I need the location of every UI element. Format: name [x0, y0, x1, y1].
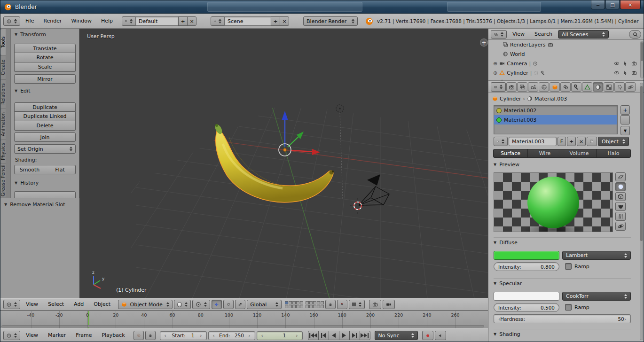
tab-modifiers[interactable]	[571, 82, 581, 92]
jump-to-end-button[interactable]	[360, 331, 370, 340]
restrict-render-toggle[interactable]	[631, 70, 637, 76]
viewport-menu-select[interactable]: Select	[44, 300, 68, 309]
preview-type-plane[interactable]	[615, 172, 626, 181]
breadcrumb-object[interactable]: Cylinder	[500, 96, 521, 102]
layer-toggle[interactable]	[306, 305, 309, 308]
preview-type-hair[interactable]	[615, 212, 626, 221]
shading-panel-header[interactable]: ▼Shading	[494, 329, 631, 337]
snap-element-select[interactable]	[349, 300, 365, 309]
expander-icon[interactable]: ⊕	[493, 61, 497, 67]
diffuse-shader-select[interactable]: Lambert	[562, 251, 631, 260]
shelf-tab-physics[interactable]: Physics	[0, 140, 6, 163]
orientation-select[interactable]: Global	[247, 300, 282, 309]
layer-toggle[interactable]	[296, 301, 299, 304]
viewport-editor-type-button[interactable]	[3, 300, 20, 309]
translate-button[interactable]: Translate	[14, 44, 76, 53]
material-link-select[interactable]: Object	[598, 137, 629, 146]
shelf-tab-relations[interactable]: Relations	[0, 79, 6, 109]
mirror-button[interactable]: Mirror	[14, 74, 76, 84]
opengl-render-button[interactable]	[369, 300, 381, 309]
preview-type-world-sphere[interactable]	[615, 222, 626, 231]
timeline-menu-playback[interactable]: Playback	[97, 331, 129, 340]
lock-to-scene-toggle[interactable]	[325, 300, 336, 309]
material-name-field[interactable]: Material.003	[509, 137, 557, 146]
smooth-button[interactable]: Smooth	[14, 165, 45, 174]
tab-object[interactable]	[550, 82, 560, 92]
tab-particles[interactable]	[614, 82, 625, 92]
current-frame-field[interactable]: ‹ 1 ›	[257, 331, 303, 340]
tab-physics[interactable]	[625, 82, 636, 92]
restrict-view-toggle[interactable]	[614, 70, 620, 76]
tab-scene[interactable]	[528, 82, 538, 92]
jump-to-start-button[interactable]	[308, 331, 319, 340]
opengl-render-anim-button[interactable]	[383, 300, 395, 309]
timeline-menu-frame[interactable]: Frame	[71, 331, 96, 340]
specular-shader-select[interactable]: CookTorr	[562, 292, 631, 301]
layout-add-button[interactable]: +	[178, 16, 188, 26]
next-keyframe-button[interactable]	[349, 331, 360, 340]
flat-button[interactable]: Flat	[45, 165, 76, 174]
minimize-button[interactable]: ─	[591, 0, 605, 9]
layer-toggle[interactable]	[289, 301, 292, 304]
menu-render[interactable]: Render	[39, 16, 66, 26]
slot-remove-button[interactable]: −	[620, 115, 630, 124]
shelf-tab-animation[interactable]: Animation	[0, 109, 6, 140]
restrict-view-toggle[interactable]	[614, 61, 620, 66]
frame-start-field[interactable]: ‹ Start: 1 ›	[160, 331, 207, 340]
browse-material-button[interactable]	[494, 137, 508, 146]
layer-toggle[interactable]	[296, 305, 299, 308]
menu-help[interactable]: Help	[97, 16, 117, 26]
keying-set-lock-button[interactable]	[145, 331, 156, 340]
viewport-menu-object[interactable]: Object	[89, 300, 115, 309]
editor-type-button[interactable]	[3, 16, 20, 26]
stepper-left-icon[interactable]: ‹	[261, 333, 263, 338]
layout-delete-button[interactable]: ×	[187, 16, 196, 26]
maximize-button[interactable]: □	[605, 0, 620, 9]
restrict-render-toggle[interactable]	[631, 61, 637, 66]
specular-panel-header[interactable]: ▼Specular	[494, 278, 631, 287]
volume-tab[interactable]: Volume	[562, 149, 597, 158]
preview-type-sphere[interactable]	[615, 182, 626, 191]
viewport-3d[interactable]: zy User Persp (1) Cylinder +	[79, 29, 488, 298]
duplicate-linked-button[interactable]: Duplicate Linked	[14, 112, 76, 121]
layers-widget[interactable]	[285, 301, 324, 308]
audio-sync-button[interactable]	[435, 331, 446, 340]
timeline-menu-marker[interactable]: Marker	[44, 331, 70, 340]
material-slot-row-selected[interactable]: Material.003	[494, 115, 617, 124]
pivot-center-select[interactable]	[192, 300, 210, 309]
surface-tab[interactable]: Surface	[493, 149, 528, 158]
close-button[interactable]: ×	[620, 0, 641, 9]
scale-button[interactable]: Scale	[14, 62, 76, 72]
viewport-canvas[interactable]: zy	[79, 29, 488, 298]
window-titlebar[interactable]: Blender ─ □ ×	[0, 0, 644, 14]
material-slot-row[interactable]: Material.002	[494, 106, 617, 115]
layer-toggle[interactable]	[309, 305, 313, 308]
menu-file[interactable]: File	[21, 16, 38, 26]
frame-end-field[interactable]: ‹ End: 250 ›	[208, 331, 255, 340]
layer-toggle[interactable]	[309, 301, 313, 304]
outliner-menu-search[interactable]: Search	[530, 30, 557, 39]
slot-specials-button[interactable]: ▼	[620, 126, 630, 135]
diffuse-color-swatch[interactable]	[494, 251, 559, 260]
play-reverse-button[interactable]	[329, 331, 339, 340]
sync-mode-select[interactable]: No Sync	[375, 331, 418, 340]
outliner-scrollbar[interactable]	[640, 41, 644, 78]
fake-user-button[interactable]: F	[558, 137, 566, 146]
history-panel-header[interactable]: ▼History	[15, 180, 39, 186]
layer-toggle[interactable]	[292, 301, 296, 304]
stepper-left-icon[interactable]: ‹	[165, 333, 166, 338]
preview-panel-header[interactable]: ▼Preview	[494, 162, 519, 168]
outliner-item-camera[interactable]: ⊕ Camera |	[488, 59, 639, 68]
diffuse-intensity-slider[interactable]: Intensity: 0.800	[494, 262, 559, 271]
properties-editor-type-button[interactable]	[491, 82, 506, 92]
layer-toggle[interactable]	[289, 305, 292, 308]
layer-toggle[interactable]	[313, 305, 316, 308]
record-toggle-button[interactable]	[422, 331, 433, 340]
remove-material-slot-header[interactable]: ▼Remove Material Slot	[4, 202, 65, 208]
outliner-item-renderlayers[interactable]: RenderLayers	[488, 40, 639, 49]
prev-keyframe-button[interactable]	[318, 331, 329, 340]
layer-toggle[interactable]	[285, 305, 288, 308]
timeline-scrollbar[interactable]	[1, 325, 484, 327]
unlink-material-button[interactable]: ×	[577, 137, 586, 146]
breadcrumb-material[interactable]: Material.003	[534, 96, 567, 102]
